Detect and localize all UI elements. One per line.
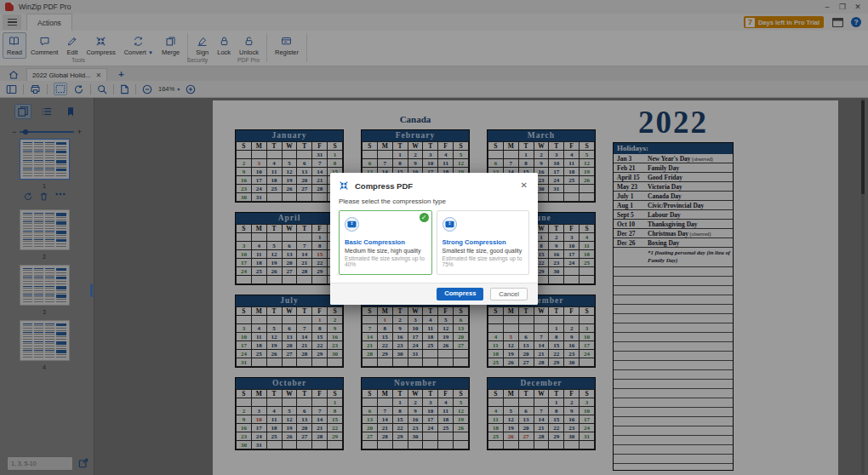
compress-confirm-button[interactable]: Compress (437, 288, 483, 300)
dialog-prompt: Please select the compression type (330, 196, 538, 210)
strong-compression-option[interactable]: Strong Compression Smallest file size, g… (437, 210, 530, 275)
dialog-close-icon[interactable]: ✕ (519, 181, 529, 190)
option-desc: Smallest file size, good quality (443, 248, 524, 254)
option-estimate: Estimated file size savings up to 40% (345, 255, 426, 267)
cancel-button[interactable]: Cancel (490, 288, 528, 300)
compressed-file-icon (443, 217, 457, 232)
option-estimate: Estimated file size savings up to 75% (443, 255, 524, 267)
option-desc: Medium file size, high quality (345, 248, 426, 254)
compress-pdf-dialog: Compress PDF ✕ Please select the compres… (330, 173, 538, 305)
compress-dialog-icon (339, 180, 349, 191)
basic-compression-option[interactable]: ✓ Basic Compression Medium file size, hi… (339, 210, 432, 275)
option-title: Basic Compression (345, 238, 426, 246)
dialog-title: Compress PDF (355, 181, 519, 191)
selected-check-icon: ✓ (420, 213, 429, 222)
compressed-file-icon (345, 217, 359, 232)
option-title: Strong Compression (443, 238, 524, 246)
